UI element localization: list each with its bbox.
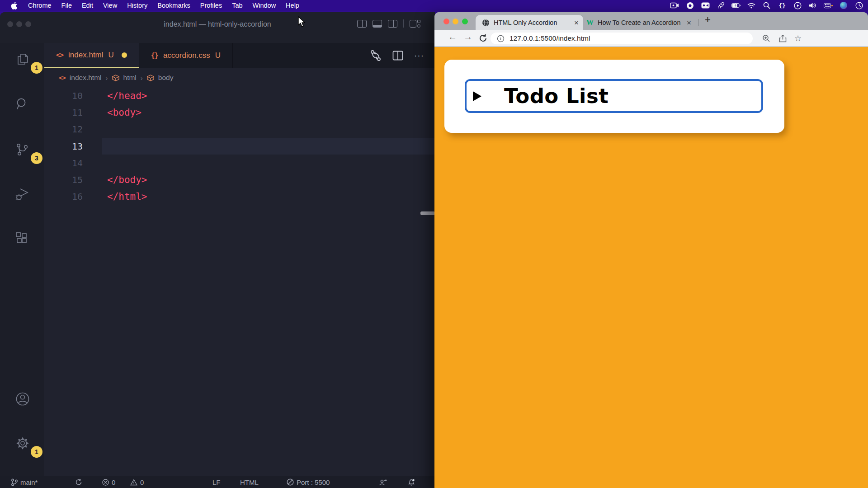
menu-item-help[interactable]: Help (281, 0, 304, 11)
vscode-titlebar: index.html — html-only-accordion (0, 12, 435, 43)
breadcrumb-item-body[interactable]: body (158, 74, 174, 82)
clock-icon[interactable] (854, 1, 863, 9)
bookmark-star-icon[interactable]: ☆ (794, 33, 802, 43)
vscode-window: index.html — html-only-accordion 1 3 (0, 12, 435, 488)
tab-title: How To Create an Accordion (598, 19, 683, 26)
chevron-right-icon: › (141, 74, 143, 82)
reload-icon[interactable] (479, 34, 487, 42)
scrollbar-handle[interactable] (420, 211, 435, 215)
play-circle-icon[interactable] (793, 1, 802, 9)
new-tab-button[interactable]: + (705, 14, 711, 26)
line-number: 14 (44, 158, 83, 169)
zoom-icon[interactable] (762, 34, 770, 42)
tab-label: index.html (68, 51, 103, 60)
siri-icon[interactable] (839, 1, 848, 9)
tab-accordion-css[interactable]: {} accordion.css U (139, 43, 233, 68)
camera-outline-icon[interactable] (670, 1, 679, 9)
unsaved-dot-icon[interactable] (122, 52, 127, 58)
settings-gear-icon[interactable] (15, 436, 29, 450)
menu-item-history[interactable]: History (122, 0, 152, 11)
tab-modified-indicator: U (108, 51, 114, 60)
menu-item-profiles[interactable]: Profiles (195, 0, 227, 11)
explorer-badge: 1 (31, 62, 42, 74)
open-changes-icon[interactable] (370, 49, 382, 62)
symbol-cube-icon (147, 75, 154, 81)
web-page: Todo List (434, 47, 868, 488)
tab-index-html[interactable]: <> index.html U (44, 43, 139, 68)
window-zoom-button[interactable] (462, 19, 468, 24)
window-close-button[interactable] (443, 19, 449, 24)
rocket-icon[interactable] (716, 1, 725, 9)
more-actions-icon[interactable]: ··· (414, 51, 424, 61)
line-code: </body> (83, 174, 147, 185)
line-number: 12 (44, 124, 83, 135)
source-control-badge: 3 (31, 152, 42, 164)
customize-layout-icon[interactable] (410, 20, 420, 28)
spotlight-search-icon[interactable] (762, 1, 771, 9)
menu-item-bookmarks[interactable]: Bookmarks (152, 0, 195, 11)
globe-favicon (482, 19, 490, 27)
extensions-icon[interactable] (15, 232, 29, 246)
live-server-port[interactable]: Port : 5500 (287, 476, 330, 488)
tab-how-to-create-accordion[interactable]: W How To Create an Accordion × (586, 15, 691, 30)
sync-status[interactable] (75, 476, 82, 488)
notifications-bell-icon[interactable] (407, 476, 415, 488)
accordion-summary[interactable]: Todo List (465, 79, 763, 113)
address-bar[interactable]: 127.0.0.1:5500/index.html ☆ (491, 33, 753, 44)
toggle-secondary-sidebar-icon[interactable] (388, 20, 397, 28)
menu-item-tab[interactable]: Tab (227, 0, 247, 11)
code-line: 16</html> (44, 188, 435, 205)
code-line: 15</body> (44, 171, 435, 188)
close-tab-icon[interactable]: × (687, 19, 691, 27)
record-circle-icon[interactable] (685, 1, 694, 9)
titlebar-separator (403, 19, 404, 28)
tab-modified-indicator: U (215, 51, 221, 60)
explorer-icon[interactable] (15, 52, 29, 66)
line-code: </head> (83, 90, 147, 101)
window-minimize-button[interactable] (453, 19, 458, 24)
source-control-icon[interactable] (15, 142, 29, 157)
close-tab-icon[interactable]: × (574, 19, 579, 27)
breadcrumb-item-file[interactable]: index.html (70, 74, 102, 82)
eol-indicator[interactable]: LF (212, 476, 221, 488)
feedback-icon[interactable] (379, 476, 387, 488)
search-icon[interactable] (15, 97, 29, 111)
menu-item-edit[interactable]: Edit (77, 0, 98, 11)
site-info-icon[interactable] (497, 35, 505, 42)
split-editor-icon[interactable] (392, 51, 403, 61)
url-text[interactable]: 127.0.0.1:5500/index.html (509, 34, 590, 42)
camera-filled-icon[interactable] (701, 1, 710, 9)
menu-bar-status-icons: {} (670, 0, 863, 11)
share-icon[interactable] (779, 34, 787, 42)
chrome-toolbar: ← → 127.0.0.1:5500/index.html ☆ (434, 30, 868, 47)
line-number: 16 (44, 191, 83, 202)
details-marker-icon[interactable] (473, 91, 481, 101)
symbol-cube-icon (112, 75, 119, 81)
tab-html-only-accordion[interactable]: HTML Only Accordion × (476, 15, 583, 30)
volume-icon[interactable] (808, 1, 817, 9)
menu-item-chrome[interactable]: Chrome (23, 0, 57, 11)
git-branch-status[interactable]: main* (11, 476, 38, 488)
run-debug-icon[interactable] (15, 187, 29, 202)
menu-item-window[interactable]: Window (248, 0, 281, 11)
wifi-icon[interactable] (747, 1, 756, 9)
menu-item-view[interactable]: View (98, 0, 122, 11)
branch-name: main* (20, 479, 38, 486)
back-icon[interactable]: ← (448, 32, 457, 42)
warnings-status[interactable]: 0 (130, 476, 144, 488)
toggle-panel-icon[interactable] (373, 20, 382, 28)
toggle-primary-sidebar-icon[interactable] (357, 20, 367, 28)
accounts-icon[interactable] (15, 391, 29, 406)
apple-icon[interactable] (6, 0, 23, 11)
braces-icon[interactable]: {} (778, 1, 787, 9)
breadcrumb-item-html[interactable]: html (123, 74, 137, 82)
tab-title: HTML Only Accordion (494, 19, 570, 26)
errors-status[interactable]: 0 (102, 476, 115, 488)
code-editor[interactable]: 10</head> 11<body> 12 13 14 15</body> 16… (44, 87, 435, 476)
control-switches-icon[interactable] (824, 1, 833, 9)
menu-item-file[interactable]: File (57, 0, 77, 11)
language-mode[interactable]: HTML (240, 476, 259, 488)
tab-label: accordion.css (163, 51, 210, 60)
forward-icon[interactable]: → (463, 32, 472, 42)
battery-charging-icon[interactable] (731, 1, 741, 9)
